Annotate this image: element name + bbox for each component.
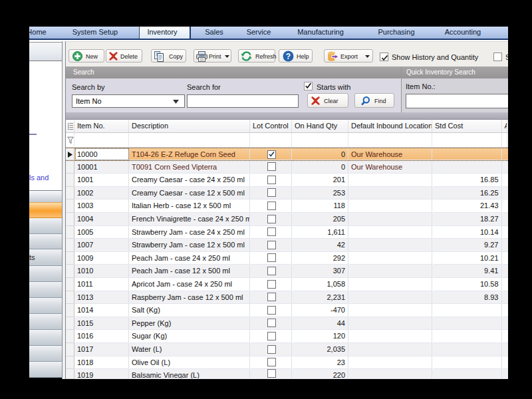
svg-text:?: ? [286, 52, 291, 61]
